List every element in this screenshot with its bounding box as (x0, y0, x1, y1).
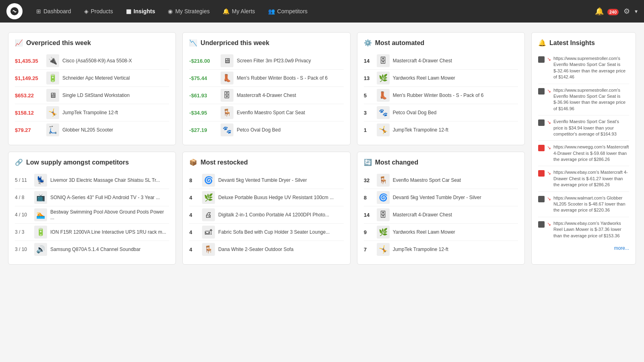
logo[interactable] (6, 3, 23, 19)
nav-insights[interactable]: ▦ Insights (120, 5, 161, 18)
item-price: -$216.00 (189, 58, 217, 64)
item-thumb: 🖥 (221, 54, 233, 67)
overpriced-item[interactable]: $1,435.35 🔌 Cisco (Asa5508-K9) Asa 5508-… (15, 52, 169, 70)
insight-text: https://www.supremestroller.com's Evenfl… (553, 87, 629, 112)
automated-item[interactable]: 3 🐾 Petco Oval Dog Bed (364, 104, 518, 121)
item-name: Devanti 5kg Vented Tumble Dryer - Silver (393, 195, 518, 200)
automated-item[interactable]: 13 🌿 Yardworks Reel Lawn Mower (364, 70, 518, 87)
low-supply-item[interactable]: 3 / 3 🔋 ION F15R 1200VA Line Interactive… (15, 224, 169, 241)
insights-icon: 🔔 (538, 39, 546, 47)
insight-text: https://www.walmart.com's Globber NL205 … (553, 195, 629, 214)
item-name: Livemor 3D Electric Massage Chair Shiats… (50, 177, 169, 183)
insight-arrow: ↘ (547, 221, 551, 227)
underpriced-item[interactable]: -$75.44 👢 Men's Rubber Winter Boots - S … (189, 70, 343, 87)
overpriced-icon: 📈 (15, 39, 23, 47)
item-price: -$27.19 (189, 127, 217, 133)
more-link[interactable]: more... (538, 245, 629, 251)
restocked-item[interactable]: 4 🛋 Fabric Sofa Bed with Cup Holder 3 Se… (189, 224, 343, 241)
item-name: SONIQ A-Series 43" Full HD Android TV - … (50, 195, 169, 200)
automated-item[interactable]: 5 👢 Men's Rubber Winter Boots - S - Pack… (364, 87, 518, 104)
overpriced-item[interactable]: $1,149.25 🔋 Schneider Apc Metered Vertic… (15, 70, 169, 87)
nav-products[interactable]: ◈ Products (78, 5, 119, 18)
item-name: Fabric Sofa Bed with Cup Holder 3 Seater… (218, 229, 343, 235)
changed-item[interactable]: 14 🗄 Mastercraft 4-Drawer Chest (364, 206, 518, 224)
item-thumb: 🛴 (46, 123, 59, 136)
item-supply: 3 / 3 (15, 229, 31, 235)
underpriced-item[interactable]: -$34.95 🪑 Evenflo Maestro Sport Car Seat (189, 104, 343, 121)
item-count: 4 (189, 195, 199, 201)
low-supply-title-text: Low supply amongst competitors (26, 159, 129, 166)
insight-arrow: ↘ (547, 119, 551, 125)
item-price: $653.22 (15, 93, 43, 99)
insight-entry[interactable]: ↘ Evenflo Maestro Sport Car Seat's price… (538, 115, 629, 141)
nav-insights-label: Insights (134, 8, 155, 14)
changed-icon: 🔄 (364, 158, 372, 166)
automated-item[interactable]: 1 🤸 JumpTek Trampoline 12-ft (364, 121, 518, 138)
restocked-item[interactable]: 4 🖨 Digitalk 2-in-1 Combo Portable A4 12… (189, 206, 343, 224)
item-count: 1 (364, 127, 374, 133)
insights-card: 🔔 Latest Insights ↘ https://www.supremes… (531, 32, 636, 265)
insights-title: 🔔 Latest Insights (538, 39, 629, 47)
item-name: Screen Filter 3m Pf23.0w9 Privacy (237, 58, 343, 64)
insight-arrow: ↘ (547, 196, 551, 202)
item-count: 4 (189, 247, 199, 253)
underpriced-item[interactable]: -$61.93 🗄 Mastercraft 4-Drawer Chest (189, 87, 343, 104)
nav-alerts[interactable]: 🔔 My Alerts (217, 5, 261, 18)
restocked-item[interactable]: 4 🪑 Dana White 2-Seater Outdoor Sofa (189, 241, 343, 258)
item-name: Cisco (Asa5508-K9) Asa 5508-X (62, 58, 169, 64)
item-price: $1,149.25 (15, 75, 43, 81)
restocked-title-text: Most restocked (200, 159, 248, 166)
changed-item[interactable]: 9 🌿 Yardworks Reel Lawn Mower (364, 224, 518, 241)
automated-items: 14 🗄 Mastercraft 4-Drawer Chest 13 🌿 Yar… (364, 52, 518, 138)
item-name: Evenflo Maestro Sport Car Seat (237, 110, 343, 115)
restocked-card: 📦 Most restocked 8 🌀 Devanti 5kg Vented … (182, 152, 350, 265)
insight-site-icon (538, 145, 545, 151)
overpriced-item[interactable]: $79.27 🛴 Globber NL205 Scooter (15, 121, 169, 138)
nav-strategies[interactable]: ◉ My Strategies (162, 5, 215, 18)
overpriced-item[interactable]: $158.12 🤸 JumpTek Trampoline 12-ft (15, 104, 169, 121)
item-name: Single LD SitStand Workstation (62, 93, 169, 98)
item-thumb: 🐾 (221, 123, 233, 136)
bell-button[interactable]: 🔔 240 (595, 7, 619, 16)
insight-entry[interactable]: ↘ https://www.ebay.com's Yardworks Reel … (538, 217, 629, 242)
underpriced-item[interactable]: -$216.00 🖥 Screen Filter 3m Pf23.0w9 Pri… (189, 52, 343, 70)
user-menu-button[interactable]: ▾ (635, 8, 638, 14)
nav-right: 🔔 240 ⚙ ▾ (595, 7, 638, 16)
item-name: Bestway Swimming Pool Above Ground Pools… (50, 209, 169, 220)
underpriced-item[interactable]: -$27.19 🐾 Petco Oval Dog Bed (189, 121, 343, 138)
insight-entry[interactable]: ↘ https://www.walmart.com's Globber NL20… (538, 192, 629, 217)
item-price: $79.27 (15, 127, 43, 133)
insight-entry[interactable]: ↘ https://www.supremestroller.com's Even… (538, 84, 629, 116)
nav-dashboard-label: Dashboard (43, 8, 71, 14)
automated-title: ⚙️ Most automated (364, 39, 518, 47)
automated-item[interactable]: 14 🗄 Mastercraft 4-Drawer Chest (364, 52, 518, 70)
low-supply-item[interactable]: 3 / 10 🔊 Samsung Q870A 5.1.4 Channel Sou… (15, 241, 169, 258)
low-supply-item[interactable]: 4 / 8 📺 SONIQ A-Series 43" Full HD Andro… (15, 189, 169, 206)
nav-dashboard[interactable]: ⊞ Dashboard (31, 5, 77, 18)
item-thumb: 🤸 (46, 106, 59, 119)
restocked-item[interactable]: 4 🌿 Deluxe Portable Buxus Hedge UV Resis… (189, 189, 343, 206)
item-count: 14 (364, 212, 374, 218)
insight-entry[interactable]: ↘ https://www.supremestroller.com's Even… (538, 52, 629, 84)
low-supply-item[interactable]: 5 / 11 💺 Livemor 3D Electric Massage Cha… (15, 172, 169, 189)
insights-entries: ↘ https://www.supremestroller.com's Even… (538, 52, 629, 242)
overpriced-item[interactable]: $653.22 🖥 Single LD SitStand Workstation (15, 87, 169, 104)
insight-arrow: ↘ (547, 170, 551, 176)
insight-entry[interactable]: ↘ https://www.newegg.com's Mastercraft 4… (538, 141, 629, 166)
item-name: Mastercraft 4-Drawer Chest (237, 93, 343, 98)
nav-competitors[interactable]: 👥 Competitors (262, 5, 313, 18)
item-count: 5 (364, 93, 374, 99)
item-thumb: 🖥 (46, 89, 59, 102)
item-thumb: 🏊 (34, 208, 47, 221)
restocked-item[interactable]: 8 🌀 Devanti 5kg Vented Tumble Dryer - Si… (189, 172, 343, 189)
item-name: Petco Oval Dog Bed (393, 110, 518, 115)
overpriced-items: $1,435.35 🔌 Cisco (Asa5508-K9) Asa 5508-… (15, 52, 169, 138)
low-supply-item[interactable]: 4 / 10 🏊 Bestway Swimming Pool Above Gro… (15, 206, 169, 224)
changed-item[interactable]: 7 🤸 JumpTek Trampoline 12-ft (364, 241, 518, 258)
item-thumb: 🤸 (377, 123, 390, 136)
gear-button[interactable]: ⚙ (623, 7, 630, 16)
insight-entry[interactable]: ↘ https://www.ebay.com's Mastercraft 4-D… (538, 166, 629, 191)
changed-item[interactable]: 32 🪑 Evenflo Maestro Sport Car Seat (364, 172, 518, 189)
changed-item[interactable]: 8 🌀 Devanti 5kg Vented Tumble Dryer - Si… (364, 189, 518, 206)
item-count: 32 (364, 177, 374, 183)
